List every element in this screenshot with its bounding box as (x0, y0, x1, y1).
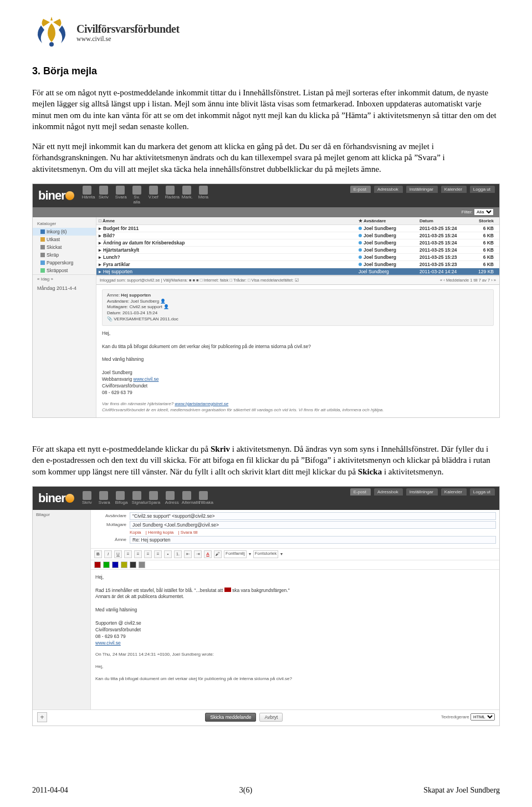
sidebar-utkast[interactable]: Utkast (33, 236, 96, 243)
foot-link[interactable]: www.hjartstartarregistret.se (175, 401, 228, 406)
sidebar-skrappost[interactable]: Skräppost (33, 267, 96, 274)
tab-installningar[interactable]: Inställningar (406, 186, 438, 193)
cc-links[interactable]: Kopia | Hemlig kopia | Svara till (130, 530, 201, 535)
toolbar-svara[interactable]: Svara (115, 186, 125, 205)
text-color-icon[interactable]: A (204, 550, 212, 558)
tab-adressbok[interactable]: Adressbok (374, 488, 403, 496)
subject-field[interactable]: Re: Hej supporten (130, 536, 496, 544)
underline-button[interactable]: U (114, 550, 122, 558)
from-label: Avsändare (94, 513, 126, 518)
tab-kalender[interactable]: Kalender (441, 186, 467, 193)
align-right-icon[interactable]: ≡ (144, 550, 152, 558)
tab-loggaut[interactable]: Logga ut (470, 488, 495, 496)
toolbar-mark[interactable]: Mark. (182, 186, 192, 205)
list-ul-icon[interactable]: • (164, 550, 172, 558)
color-swatch[interactable] (112, 561, 119, 568)
msg-row[interactable]: ▸ Ändring av datum för KrisberedskapJoel… (96, 239, 499, 247)
toolbar-radera[interactable]: Radera (165, 186, 175, 205)
status-icon (359, 227, 362, 230)
status-icon (359, 263, 362, 266)
toolbar-alternativ[interactable]: Alternativ (182, 491, 192, 505)
footer-date: 2011-04-04 (32, 786, 68, 795)
tab-installningar[interactable]: Inställningar (406, 488, 438, 496)
font-size-select[interactable]: Fontstorlek (253, 550, 279, 558)
sig-link[interactable]: www.civil.se (95, 640, 121, 646)
format-toolbar: B I U ≡ ≡ ≡ ≡ • 1. ⇤ ⇥ A 🖌 Fontfamilj ▾ … (91, 549, 499, 560)
toolbar-vbef[interactable]: V.bef (149, 186, 158, 205)
list-ol-icon[interactable]: 1. (174, 550, 182, 558)
msg-row[interactable]: ▸ Fyra artiklarJoel Sundberg2011-03-25 1… (96, 261, 499, 268)
align-left-icon[interactable]: ≡ (124, 550, 132, 558)
paragraph-2: När ett nytt mejl inkommit kan du marker… (32, 141, 500, 175)
folder-icon (40, 237, 45, 242)
sidebar-skickat[interactable]: Skickat (33, 243, 96, 251)
tab-kalender[interactable]: Kalender (441, 488, 467, 496)
editor-mode-label: Textredigerare (441, 714, 469, 719)
msg-row[interactable]: ▸ Budget för 2011Joel Sundberg2011-03-25… (96, 225, 499, 232)
screenshot-mail-composer: biner Skriv Svara Bifoga Signatur Spara … (32, 486, 500, 726)
sidebar-papperskorg[interactable]: Papperskorg (33, 259, 96, 267)
align-center-icon[interactable]: ≡ (134, 550, 142, 558)
reader-sidebar: Kataloger Inkorg (6) Utkast Skickat Skrä… (33, 217, 96, 417)
italic-button[interactable]: I (104, 550, 112, 558)
msg-row[interactable]: ▸ Bild?Joel Sundberg2011-03-25 15:246 KB (96, 232, 499, 239)
sidebar-inkorg[interactable]: Inkorg (6) (33, 228, 96, 236)
msg-row[interactable]: ▸ Lunch?Joel Sundberg2011-03-25 15:236 K… (96, 254, 499, 261)
toolbar-adress[interactable]: Adress (165, 491, 175, 505)
color-swatch[interactable] (130, 561, 136, 568)
from-field[interactable]: "Civil2.se support" <support@civil2.se> (130, 512, 496, 520)
color-swatch[interactable] (139, 561, 145, 568)
color-swatches (91, 560, 499, 570)
bg-color-icon[interactable]: 🖌 (214, 550, 222, 558)
sig-link[interactable]: www.civil.se (134, 376, 159, 382)
outdent-icon[interactable]: ⇤ (184, 550, 192, 558)
filter-select[interactable]: Alla (474, 208, 494, 216)
subj-label: Ämne (94, 537, 126, 542)
svg-point-0 (49, 42, 54, 47)
tab-epost[interactable]: E-post (350, 186, 371, 193)
indent-icon[interactable]: ⇥ (194, 550, 202, 558)
to-field[interactable]: Joel Sundberg <Joel.Sundberg@civil.se> (130, 521, 496, 529)
toolbar-skriv[interactable]: Skriv (82, 491, 92, 505)
sidebar-header-kataloger: Kataloger (33, 219, 96, 228)
reader-toolbar: Hämta Skriv Svara Sv. alla V.bef Radera … (82, 186, 208, 205)
send-button[interactable]: Skicka meddelande (205, 713, 256, 722)
paragraph-1: För att se om något nytt e-postmeddeland… (32, 87, 500, 132)
toolbar-mera[interactable]: Mera (198, 186, 208, 205)
composer-body[interactable]: Hej, Rad 15 innehåller ett stavfel, bål … (91, 570, 499, 686)
tab-adressbok[interactable]: Adressbok (374, 186, 403, 193)
reader-actionbar: Inloggad som: support@civil2.se | Välj/M… (96, 275, 499, 285)
tab-epost[interactable]: E-post (350, 488, 371, 496)
font-family-select[interactable]: Fontfamilj (224, 550, 247, 558)
sidebar-skrap[interactable]: Skräp (33, 251, 96, 259)
editor-mode-select[interactable]: HTML (470, 713, 495, 721)
binero-logo: biner (38, 188, 74, 203)
msg-row[interactable]: ▸ HjärtstartarskyltJoel Sundberg2011-03-… (96, 247, 499, 254)
toolbar-tillbaka[interactable]: Tillbaka (198, 491, 208, 505)
folder-icon (40, 268, 45, 273)
toolbar-bifoga[interactable]: Bifoga (115, 491, 125, 505)
toolbar-signatur[interactable]: Signatur (132, 491, 142, 505)
folder-icon (40, 253, 45, 257)
composer-toolbar: Skriv Svara Bifoga Signatur Spara Adress… (82, 491, 208, 505)
color-swatch[interactable] (103, 561, 110, 568)
color-swatch[interactable] (121, 561, 127, 568)
cancel-button[interactable]: Avbryt (259, 713, 283, 722)
folder-icon (40, 245, 45, 249)
bold-button[interactable]: B (94, 550, 102, 558)
align-justify-icon[interactable]: ≡ (154, 550, 162, 558)
toolbar-svara[interactable]: Svara (99, 491, 109, 505)
tab-loggaut[interactable]: Logga ut (470, 186, 495, 193)
status-icon (359, 256, 362, 259)
color-swatch[interactable] (94, 561, 101, 568)
org-url: www.civil.se (76, 35, 180, 42)
toolbar-spara[interactable]: Spara (149, 491, 158, 505)
toolbar-skriv[interactable]: Skriv (99, 186, 109, 205)
doc-header: Civilförsvarsförbundet www.civil.se (32, 16, 500, 50)
toolbar-svalla[interactable]: Sv. alla (132, 186, 142, 205)
add-attachment-button[interactable]: + (37, 712, 47, 722)
msg-row-selected[interactable]: ▸ Hej supportenJoel Sundberg2011-03-24 1… (96, 268, 499, 275)
red-swatch (224, 588, 231, 592)
org-name: Civilförsvarsförbundet (76, 23, 180, 34)
toolbar-hamta[interactable]: Hämta (82, 186, 92, 205)
